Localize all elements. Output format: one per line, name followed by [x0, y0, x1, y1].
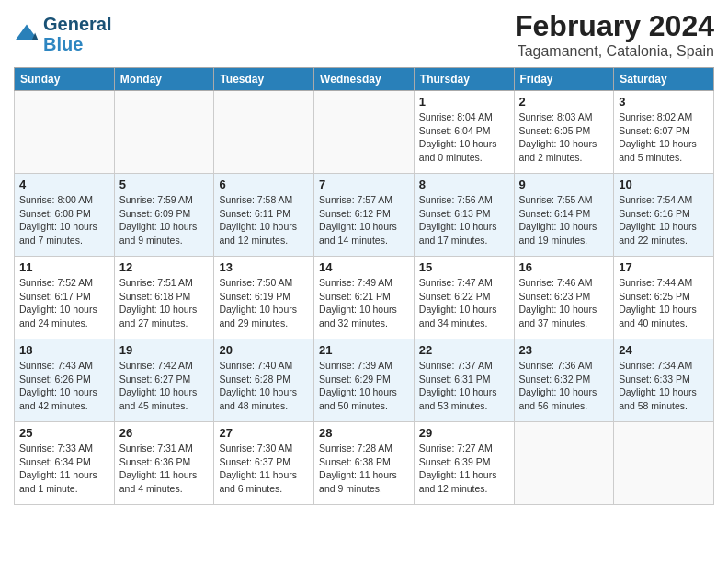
day-info: Sunrise: 8:04 AMSunset: 6:04 PMDaylight:… — [419, 110, 509, 165]
calendar-cell: 20Sunrise: 7:40 AMSunset: 6:28 PMDayligh… — [214, 339, 314, 422]
day-number: 8 — [419, 178, 509, 191]
calendar-cell: 2Sunrise: 8:03 AMSunset: 6:05 PMDaylight… — [514, 91, 614, 174]
calendar-week-row: 1Sunrise: 8:04 AMSunset: 6:04 PMDaylight… — [15, 91, 714, 174]
day-info: Sunrise: 7:44 AMSunset: 6:25 PMDaylight:… — [619, 276, 709, 330]
calendar-cell — [614, 422, 714, 505]
day-info: Sunrise: 7:55 AMSunset: 6:14 PMDaylight:… — [519, 193, 609, 247]
calendar-cell: 6Sunrise: 7:58 AMSunset: 6:11 PMDaylight… — [214, 174, 314, 257]
day-info: Sunrise: 7:34 AMSunset: 6:33 PMDaylight:… — [619, 359, 709, 413]
day-of-week-header: Wednesday — [314, 68, 415, 91]
day-number: 12 — [119, 260, 210, 274]
day-info: Sunrise: 7:39 AMSunset: 6:29 PMDaylight:… — [319, 359, 409, 413]
day-info: Sunrise: 7:37 AMSunset: 6:31 PMDaylight:… — [419, 359, 509, 413]
day-info: Sunrise: 7:33 AMSunset: 6:34 PMDaylight:… — [19, 442, 109, 496]
day-info: Sunrise: 7:49 AMSunset: 6:21 PMDaylight:… — [319, 276, 409, 330]
calendar-cell: 8Sunrise: 7:56 AMSunset: 6:13 PMDaylight… — [414, 174, 514, 257]
day-of-week-header: Sunday — [15, 68, 115, 91]
calendar-week-row: 11Sunrise: 7:52 AMSunset: 6:17 PMDayligh… — [15, 257, 714, 339]
day-info: Sunrise: 7:52 AMSunset: 6:17 PMDaylight:… — [19, 276, 109, 330]
day-info: Sunrise: 7:40 AMSunset: 6:28 PMDaylight:… — [219, 359, 309, 413]
calendar-week-row: 18Sunrise: 7:43 AMSunset: 6:26 PMDayligh… — [15, 339, 714, 422]
day-number: 25 — [19, 426, 109, 440]
day-number: 9 — [519, 178, 609, 191]
day-info: Sunrise: 7:47 AMSunset: 6:22 PMDaylight:… — [419, 276, 509, 330]
logo-text: General Blue — [43, 14, 111, 54]
day-info: Sunrise: 7:27 AMSunset: 6:39 PMDaylight:… — [419, 442, 509, 496]
logo-icon — [14, 21, 40, 47]
day-number: 3 — [619, 95, 709, 109]
day-info: Sunrise: 7:36 AMSunset: 6:32 PMDaylight:… — [519, 359, 609, 413]
day-info: Sunrise: 7:43 AMSunset: 6:26 PMDaylight:… — [19, 359, 109, 413]
day-number: 29 — [419, 426, 509, 440]
calendar-cell: 18Sunrise: 7:43 AMSunset: 6:26 PMDayligh… — [15, 339, 115, 422]
header: General Blue February 2024 Tagamanent, C… — [14, 9, 714, 60]
day-number: 20 — [219, 343, 309, 357]
calendar-cell: 9Sunrise: 7:55 AMSunset: 6:14 PMDaylight… — [514, 174, 614, 257]
day-number: 26 — [119, 426, 210, 440]
calendar-cell — [314, 91, 415, 174]
day-number: 19 — [119, 343, 210, 357]
calendar-cell: 22Sunrise: 7:37 AMSunset: 6:31 PMDayligh… — [414, 339, 514, 422]
day-number: 2 — [519, 95, 609, 109]
calendar-cell: 1Sunrise: 8:04 AMSunset: 6:04 PMDaylight… — [414, 91, 514, 174]
day-of-week-header: Friday — [514, 68, 614, 91]
day-number: 27 — [219, 426, 309, 440]
day-info: Sunrise: 7:31 AMSunset: 6:36 PMDaylight:… — [119, 442, 210, 496]
calendar-cell: 14Sunrise: 7:49 AMSunset: 6:21 PMDayligh… — [314, 257, 415, 339]
day-number: 11 — [19, 260, 109, 274]
day-number: 21 — [319, 343, 409, 357]
calendar-cell — [114, 91, 214, 174]
logo: General Blue — [14, 14, 111, 54]
main-title: February 2024 — [515, 9, 714, 43]
day-info: Sunrise: 8:02 AMSunset: 6:07 PMDaylight:… — [619, 110, 709, 165]
day-number: 24 — [619, 343, 709, 357]
calendar-cell: 13Sunrise: 7:50 AMSunset: 6:19 PMDayligh… — [214, 257, 314, 339]
title-area: February 2024 Tagamanent, Catalonia, Spa… — [515, 9, 714, 60]
calendar-table: SundayMondayTuesdayWednesdayThursdayFrid… — [14, 67, 714, 505]
calendar-cell: 25Sunrise: 7:33 AMSunset: 6:34 PMDayligh… — [15, 422, 115, 505]
day-number: 6 — [219, 178, 309, 191]
calendar-cell: 28Sunrise: 7:28 AMSunset: 6:38 PMDayligh… — [314, 422, 415, 505]
calendar-cell: 5Sunrise: 7:59 AMSunset: 6:09 PMDaylight… — [114, 174, 214, 257]
day-number: 16 — [519, 260, 609, 274]
calendar-body: 1Sunrise: 8:04 AMSunset: 6:04 PMDaylight… — [15, 91, 714, 505]
calendar-cell: 15Sunrise: 7:47 AMSunset: 6:22 PMDayligh… — [414, 257, 514, 339]
subtitle: Tagamanent, Catalonia, Spain — [515, 43, 714, 60]
calendar-cell: 11Sunrise: 7:52 AMSunset: 6:17 PMDayligh… — [15, 257, 115, 339]
day-info: Sunrise: 7:30 AMSunset: 6:37 PMDaylight:… — [219, 442, 309, 496]
day-info: Sunrise: 7:59 AMSunset: 6:09 PMDaylight:… — [119, 193, 210, 247]
day-info: Sunrise: 7:28 AMSunset: 6:38 PMDaylight:… — [319, 442, 409, 496]
day-of-week-header: Tuesday — [214, 68, 314, 91]
day-info: Sunrise: 7:42 AMSunset: 6:27 PMDaylight:… — [119, 359, 210, 413]
day-number: 14 — [319, 260, 409, 274]
day-number: 4 — [19, 178, 109, 191]
calendar-cell — [514, 422, 614, 505]
day-info: Sunrise: 7:50 AMSunset: 6:19 PMDaylight:… — [219, 276, 309, 330]
calendar-cell: 10Sunrise: 7:54 AMSunset: 6:16 PMDayligh… — [614, 174, 714, 257]
day-info: Sunrise: 7:51 AMSunset: 6:18 PMDaylight:… — [119, 276, 210, 330]
calendar-cell: 7Sunrise: 7:57 AMSunset: 6:12 PMDaylight… — [314, 174, 415, 257]
day-number: 1 — [419, 95, 509, 109]
calendar-cell: 19Sunrise: 7:42 AMSunset: 6:27 PMDayligh… — [114, 339, 214, 422]
calendar-cell: 21Sunrise: 7:39 AMSunset: 6:29 PMDayligh… — [314, 339, 415, 422]
calendar-cell: 23Sunrise: 7:36 AMSunset: 6:32 PMDayligh… — [514, 339, 614, 422]
day-number: 7 — [319, 178, 409, 191]
calendar-cell: 26Sunrise: 7:31 AMSunset: 6:36 PMDayligh… — [114, 422, 214, 505]
day-number: 13 — [219, 260, 309, 274]
day-number: 22 — [419, 343, 509, 357]
calendar-cell: 27Sunrise: 7:30 AMSunset: 6:37 PMDayligh… — [214, 422, 314, 505]
day-number: 10 — [619, 178, 709, 191]
calendar-cell: 17Sunrise: 7:44 AMSunset: 6:25 PMDayligh… — [614, 257, 714, 339]
calendar-cell — [214, 91, 314, 174]
day-number: 17 — [619, 260, 709, 274]
day-of-week-header: Thursday — [414, 68, 514, 91]
day-number: 18 — [19, 343, 109, 357]
day-info: Sunrise: 7:58 AMSunset: 6:11 PMDaylight:… — [219, 193, 309, 247]
day-number: 5 — [119, 178, 210, 191]
calendar-cell: 4Sunrise: 8:00 AMSunset: 6:08 PMDaylight… — [15, 174, 115, 257]
day-number: 23 — [519, 343, 609, 357]
day-of-week-header: Saturday — [614, 68, 714, 91]
day-of-week-header: Monday — [114, 68, 214, 91]
day-info: Sunrise: 8:03 AMSunset: 6:05 PMDaylight:… — [519, 110, 609, 165]
calendar-cell: 12Sunrise: 7:51 AMSunset: 6:18 PMDayligh… — [114, 257, 214, 339]
